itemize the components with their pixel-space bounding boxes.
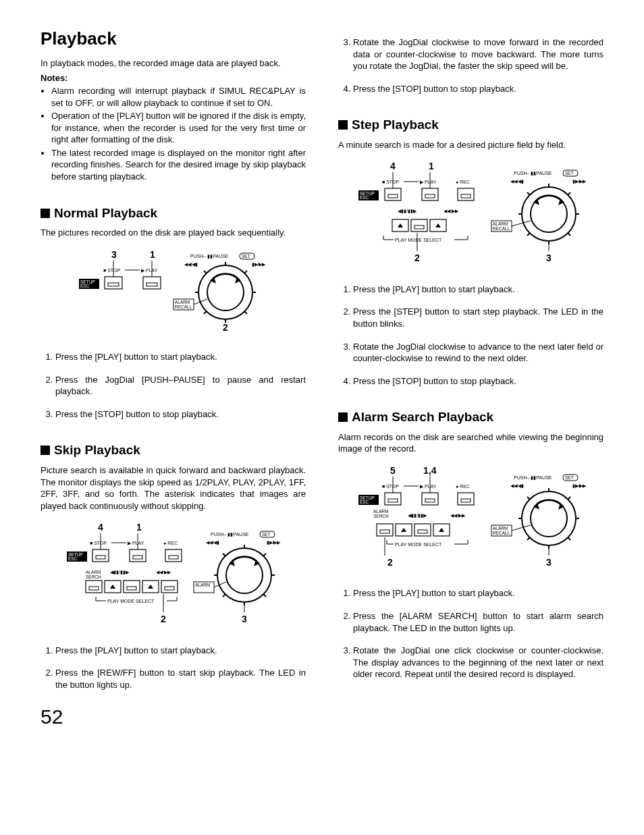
- square-bullet-icon: [41, 446, 50, 455]
- callout-2: 2: [161, 614, 166, 624]
- esc-label: ESC: [68, 556, 78, 561]
- svg-line-128: [568, 497, 570, 500]
- svg-line-132: [527, 537, 530, 540]
- svg-rect-106: [425, 499, 435, 502]
- alarm-serch-label2: SERCH: [86, 574, 101, 579]
- square-bullet-icon: [41, 209, 50, 218]
- rec-label: ● REC: [456, 484, 470, 489]
- rec-label: ● REC: [163, 541, 178, 545]
- alarm-recall-label: ALARM: [493, 526, 508, 531]
- step-item: Press the [PLAY] button to start playbac…: [55, 645, 306, 657]
- svg-rect-71: [461, 194, 471, 198]
- svg-marker-114: [401, 528, 406, 532]
- esc-label: ESC: [360, 500, 369, 504]
- svg-line-89: [568, 192, 570, 195]
- svg-line-95: [527, 192, 530, 195]
- alarm-recall-label2: RECALL: [493, 226, 510, 231]
- section-title-text: Alarm Search Playback: [352, 410, 493, 424]
- alarm-serch-label: ALARM: [373, 509, 388, 514]
- section-heading-step: Step Playback: [338, 116, 603, 134]
- svg-rect-3: [108, 283, 119, 286]
- section-text: The pictures recorded on the disk are pl…: [41, 227, 306, 239]
- ff-step-icon: ▮▶/▶▶: [266, 540, 281, 545]
- push-pause-label: PUSH– ▮▮PAUSE: [514, 475, 552, 480]
- svg-rect-112: [380, 530, 390, 533]
- svg-rect-34: [89, 587, 99, 590]
- svg-line-91: [568, 233, 570, 236]
- step-item: Press the [PLAY] button to start playbac…: [353, 284, 603, 296]
- note-item: Alarm recording will interrupt playback …: [51, 85, 306, 109]
- step-item: Rotate the JogDial one click clockwise o…: [353, 645, 603, 680]
- svg-line-18: [204, 271, 207, 273]
- svg-line-14: [244, 311, 247, 314]
- section-title-text: Step Playback: [352, 117, 439, 132]
- alarm-recall-label2: RECALL: [493, 531, 510, 535]
- svg-line-12: [244, 271, 247, 273]
- svg-rect-104: [388, 499, 398, 502]
- play-label: ▶ PLAY: [420, 484, 437, 489]
- push-pause-label: PUSH– ▮▮PAUSE: [514, 171, 552, 176]
- svg-rect-77: [414, 225, 424, 229]
- svg-line-130: [568, 537, 570, 540]
- svg-line-58: [223, 554, 225, 556]
- play-label: ▶ PLAY: [128, 541, 144, 545]
- step-item: Press the [STOP] button to stop playback…: [55, 408, 306, 421]
- section-heading-normal: Normal Playback: [41, 205, 306, 222]
- svg-marker-40: [148, 585, 153, 589]
- rew-ff-icon: ◀◀/▶▶: [156, 570, 171, 574]
- callout-3: 3: [546, 252, 552, 263]
- ff-step-icon: ▮▶/▶▶: [251, 262, 266, 267]
- set-label: SET: [262, 532, 271, 537]
- svg-rect-42: [165, 587, 174, 590]
- svg-rect-38: [127, 587, 136, 590]
- svg-marker-75: [398, 223, 403, 227]
- step-item: Press the [STEP] button to start step pl…: [353, 306, 603, 329]
- steps-skip-continued: Rotate the JogDial clockwise to move for…: [338, 36, 603, 95]
- alarm-recall-label2: RECALL: [175, 304, 192, 309]
- callout-1: 1: [150, 249, 155, 260]
- note-item: Operation of the [PLAY] button will be i…: [51, 110, 306, 146]
- diagram-normal-playback: 3 1 2 ■ STOP ▶ PLAY SETUP ESC PUSH– ▮▮PA…: [41, 248, 306, 340]
- callout-1: 1: [136, 522, 142, 533]
- svg-line-16: [204, 311, 207, 314]
- rew-ff-icon: ◀◀/▶▶: [450, 513, 466, 518]
- play-mode-select-label: PLAY MODE SELECT: [395, 542, 442, 547]
- note-item: The latest recorded image is displayed o…: [51, 147, 306, 183]
- svg-line-99: [512, 221, 531, 226]
- svg-marker-79: [435, 223, 441, 227]
- notes-list: Alarm recording will interrupt playback …: [51, 85, 306, 182]
- play-label: ▶ PLAY: [420, 180, 437, 184]
- push-pause-label: PUSH– ▮▮PAUSE: [190, 254, 229, 259]
- svg-rect-116: [418, 530, 427, 533]
- svg-line-54: [263, 594, 266, 597]
- section-heading-skip: Skip Playback: [41, 441, 306, 459]
- step-item: Press the [PLAY] button to start playbac…: [55, 351, 306, 363]
- intro-text: In playback modes, the recorded image da…: [41, 57, 306, 70]
- step-item: Press the [REW/FF] button to start skip …: [55, 667, 306, 691]
- section-text: Picture search is available in quick for…: [41, 464, 306, 512]
- step-rew-icon: ◀▮▮/▮▮▶: [110, 570, 130, 574]
- svg-line-52: [263, 554, 266, 556]
- step-item: Rotate the JogDial clockwise to move for…: [353, 36, 603, 72]
- steps-step: Press the [PLAY] button to start playbac…: [338, 284, 603, 387]
- alarm-serch-label: ALARM: [86, 570, 101, 574]
- svg-rect-108: [461, 499, 471, 502]
- callout-3: 3: [546, 557, 552, 568]
- square-bullet-icon: [338, 412, 348, 422]
- alarm-recall-label: ALARM: [195, 583, 210, 587]
- set-label: SET: [565, 171, 574, 176]
- svg-marker-36: [110, 585, 115, 589]
- rew-step-icon: ◀◀/◀▮: [205, 540, 219, 545]
- step-item: Press the [PLAY] button to start playbac…: [353, 587, 603, 599]
- svg-line-134: [527, 497, 530, 500]
- esc-label: ESC: [80, 284, 90, 288]
- page-title: Playback: [41, 27, 306, 51]
- step-item: Press the JogDial [PUSH–PAUSE] to pause …: [55, 374, 306, 398]
- ff-step-icon: ▮▶/▶▶: [572, 483, 587, 488]
- svg-line-138: [512, 525, 531, 531]
- esc-label: ESC: [360, 195, 369, 200]
- step-item: Press the [ALARM SEARCH] button to start…: [353, 610, 603, 634]
- rew-step-icon: ◀◀/◀▮: [510, 483, 524, 488]
- section-title-text: Normal Playback: [54, 206, 157, 220]
- push-pause-label: PUSH– ▮▮PAUSE: [211, 532, 249, 537]
